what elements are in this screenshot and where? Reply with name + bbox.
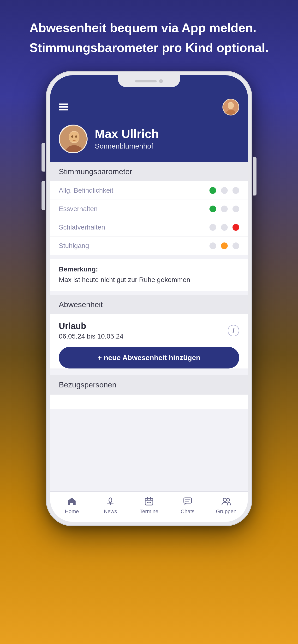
add-abwesenheit-button[interactable]: + neue Abwesenheit hinzügen [59,347,239,368]
nav-label-termine: Termine [140,508,158,514]
bezugspersonen-section: Bezugspersonen [50,375,248,409]
termine-icon [143,496,155,507]
dot-green2 [209,206,216,212]
profile-name: Max Ullrich [95,128,159,141]
app-header [50,94,248,120]
stimmung-header: Stimmungsbarometer [50,162,248,181]
dot-gray5 [209,224,216,231]
abwesenheit-header: Abwesenheit [50,295,248,314]
stimmung-label-befindlichkeit: Allg. Befindlichkeit [59,187,209,194]
svg-rect-19 [184,498,192,503]
svg-rect-13 [145,498,153,505]
camera [159,79,163,83]
notch [118,75,180,87]
dot-gray3 [221,206,228,212]
svg-point-10 [109,498,112,503]
nav-item-news[interactable]: News [91,496,130,514]
profile-avatar [59,124,88,153]
dot-gray2 [232,187,239,194]
bemerkung-section: Bemerkung: Max ist heute nicht gut zur R… [50,259,248,291]
stimmung-row-stuhlgang: Stuhlgang [50,237,248,255]
bezugspersonen-header: Bezugspersonen [50,375,248,394]
dot-gray4 [232,206,239,212]
stimmung-label-essverhalten: Essverhalten [59,205,209,213]
profile-info: Max Ullrich Sonnenblumenhof [95,128,159,150]
dot-gray1 [221,187,228,194]
stimmung-dots-stuhlgang [209,242,239,249]
hero-section: Abwesenheit bequem via App melden. Stimm… [10,0,288,66]
news-icon [105,496,116,507]
dot-green [209,187,216,194]
profile-avatar-image [60,126,88,153]
stimmung-label-schlaf: Schlafverhalten [59,224,209,231]
nav-label-home: Home [65,508,79,514]
urlaub-dates: 06.05.24 bis 10.05.24 [59,332,123,340]
stimmung-row-essverhalten: Essverhalten [50,200,248,218]
notch-area [50,75,248,94]
dot-orange [221,242,228,249]
stimmung-dots-befindlichkeit [209,187,239,194]
nav-item-home[interactable]: Home [53,496,91,514]
stimmung-dots-schlaf [209,224,239,231]
dot-gray6 [221,224,228,231]
nav-item-gruppen[interactable]: Gruppen [207,496,245,514]
bemerkung-text: Max ist heute nicht gut zur Ruhe gekomme… [59,275,239,284]
dot-red [232,224,239,231]
stimmung-section: Stimmungsbarometer Allg. Befindlichkeit … [50,162,248,255]
urlaub-info: Urlaub 06.05.24 bis 10.05.24 [59,321,123,340]
svg-point-8 [71,135,73,138]
abwesenheit-section: Abwesenheit Urlaub 06.05.24 bis 10.05.24… [50,295,248,368]
scroll-content: Stimmungsbarometer Allg. Befindlichkeit … [50,162,248,492]
gruppen-icon [221,496,232,507]
urlaub-title: Urlaub [59,321,123,331]
nav-item-termine[interactable]: Termine [130,496,169,514]
svg-point-9 [75,135,77,138]
avatar-image [223,99,238,116]
dot-gray8 [232,242,239,249]
urlaub-row: Urlaub 06.05.24 bis 10.05.24 i [50,314,248,347]
stimmung-dots-essverhalten [209,206,239,212]
svg-point-3 [228,102,234,108]
stimmung-row-schlaf: Schlafverhalten [50,218,248,237]
stimmung-row-befindlichkeit: Allg. Befindlichkeit [50,181,248,200]
profile-subtitle: Sonnenblumenhof [95,142,159,150]
bemerkung-title: Bemerkung: [59,266,239,273]
hero-line1: Abwesenheit bequem via App melden. [30,19,269,37]
phone-mockup: Max Ullrich Sonnenblumenhof Stimmungsbar… [46,71,252,526]
nav-label-gruppen: Gruppen [216,508,237,514]
nav-label-news: News [104,508,117,514]
phone-screen: Max Ullrich Sonnenblumenhof Stimmungsbar… [50,75,248,522]
hamburger-menu[interactable] [59,104,68,110]
svg-rect-17 [147,502,148,503]
svg-point-23 [227,498,230,501]
stimmung-label-stuhlgang: Stuhlgang [59,242,209,250]
speaker [135,80,157,82]
info-icon[interactable]: i [228,325,239,336]
bottom-nav: Home News [50,492,248,522]
home-icon [66,496,77,507]
profile-section: Max Ullrich Sonnenblumenhof [50,120,248,162]
header-user-avatar[interactable] [222,99,239,116]
chats-icon [182,496,193,507]
dot-gray7 [209,242,216,249]
nav-item-chats[interactable]: Chats [168,496,207,514]
svg-point-22 [223,498,226,502]
hero-line2: Stimmungsbarometer pro Kind optional. [30,39,269,56]
svg-rect-18 [150,502,151,503]
nav-label-chats: Chats [181,508,194,514]
